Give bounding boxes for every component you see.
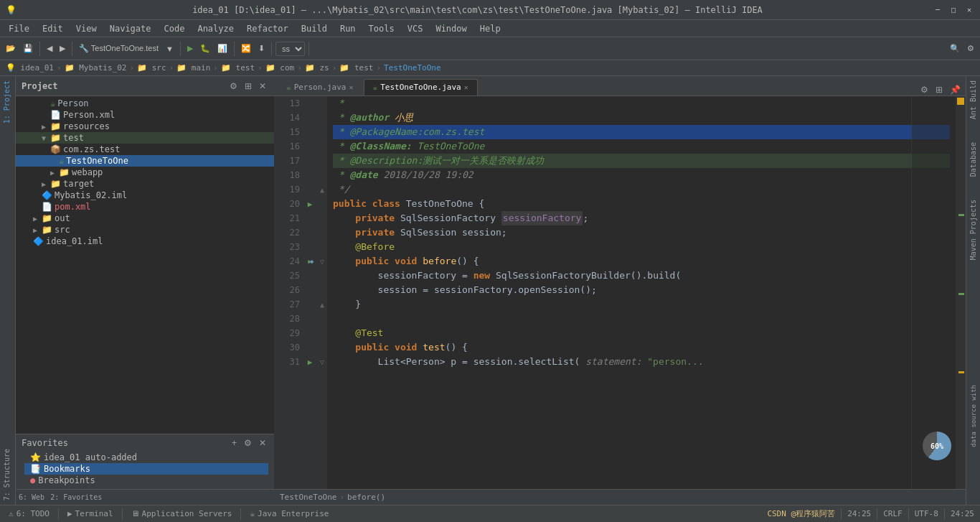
sidebar-settings-btn[interactable]: ⚙ bbox=[227, 80, 240, 92]
breadcrumb-mybatis02[interactable]: 📁 Mybatis_02 bbox=[65, 63, 127, 73]
status-encoding[interactable]: UTF-8 bbox=[915, 509, 938, 518]
favorites-add-btn[interactable]: + bbox=[230, 437, 239, 449]
tab-testonetone-close[interactable]: ✕ bbox=[464, 83, 468, 91]
editor-expand-btn[interactable]: ⊞ bbox=[933, 84, 945, 95]
editor-tabs: ☕ Person.java ✕ ☕ TestOneToOne.java ✕ ⚙ … bbox=[274, 76, 966, 96]
toolbar-sep-2 bbox=[72, 42, 72, 56]
tree-node-testonetone[interactable]: ☕ TestOneToOne bbox=[16, 155, 274, 167]
toolbar-dropdown-btn[interactable]: ▼ bbox=[163, 43, 176, 55]
side-tab-structure[interactable]: 7: Structure bbox=[0, 444, 15, 505]
editor-settings-btn[interactable]: ⚙ bbox=[918, 84, 930, 95]
toolbar-settings-btn[interactable]: ⚙ bbox=[964, 42, 977, 55]
menu-code[interactable]: Code bbox=[159, 22, 191, 35]
breadcrumb-class[interactable]: TestOneToOne bbox=[384, 63, 440, 73]
database-tab[interactable]: Database bbox=[967, 138, 979, 181]
code-line-15: * @PackageName:com.zs.test bbox=[333, 125, 950, 139]
code-line-24: public void before() { bbox=[333, 254, 950, 269]
tree-node-src[interactable]: ▶ 📁 src bbox=[16, 224, 274, 236]
run-gutter-20[interactable]: ▶ bbox=[303, 197, 317, 211]
status-app-servers[interactable]: 🖥 Application Servers bbox=[128, 509, 235, 518]
menu-refactor[interactable]: Refactor bbox=[241, 22, 294, 35]
toolbar-branch-select[interactable]: ss bbox=[275, 42, 305, 56]
app-servers-icon: 🖥 bbox=[131, 509, 139, 518]
sidebar-expand-btn[interactable]: ⊞ bbox=[242, 80, 254, 92]
close-button[interactable]: ✕ bbox=[964, 5, 974, 15]
side-web-tab[interactable]: 6: Web bbox=[19, 493, 44, 501]
menu-analyze[interactable]: Analyze bbox=[192, 22, 240, 35]
run-gutter-30[interactable]: ▶ bbox=[303, 355, 317, 369]
toolbar-open-btn[interactable]: 📂 bbox=[3, 42, 19, 55]
side-tab-project[interactable]: 1: Project bbox=[0, 76, 15, 128]
menu-vcs[interactable]: VCS bbox=[402, 22, 429, 35]
toolbar-sep-5 bbox=[271, 42, 272, 56]
breadcrumb-test2[interactable]: 📁 test bbox=[339, 63, 373, 73]
toolbar-search-btn[interactable]: 🔍 bbox=[947, 42, 963, 55]
status-position[interactable]: 24:25 bbox=[847, 509, 871, 518]
breadcrumb-com[interactable]: 📁 com bbox=[265, 63, 295, 73]
window-controls: ─ □ ✕ bbox=[933, 5, 974, 15]
side-favorites-tab[interactable]: 2: Favorites bbox=[50, 493, 102, 501]
favorites-settings-btn[interactable]: ⚙ bbox=[242, 437, 254, 449]
toolbar-forward-btn[interactable]: ▶ bbox=[57, 42, 68, 55]
run-gutter-24[interactable]: ▶ ◆ bbox=[303, 254, 317, 269]
fav-item-breakpoints[interactable]: ● Breakpoints bbox=[24, 475, 268, 486]
tree-node-webapp[interactable]: ▶ 📁 webapp bbox=[16, 167, 274, 178]
menu-build[interactable]: Build bbox=[296, 22, 333, 35]
tree-node-mybatis-iml[interactable]: 🔷 Mybatis_02.iml bbox=[16, 190, 274, 201]
tab-person-java[interactable]: ☕ Person.java ✕ bbox=[277, 79, 363, 95]
toolbar-save-btn[interactable]: 💾 bbox=[20, 42, 36, 55]
tree-node-idea-iml[interactable]: 🔷 idea_01.iml bbox=[16, 236, 274, 247]
tree-node-out[interactable]: ▶ 📁 out bbox=[16, 213, 274, 224]
code-content[interactable]: * * @author 小思 * @PackageName:com.zs.tes… bbox=[327, 96, 956, 489]
code-line-19: */ bbox=[333, 182, 950, 197]
breadcrumb-test[interactable]: 📁 test bbox=[221, 63, 255, 73]
tree-node-person-xml[interactable]: 📄 Person.xml bbox=[16, 109, 274, 121]
code-editor[interactable]: 13 14 15 16 17 18 19 20 21 22 23 24 25 2… bbox=[274, 96, 966, 489]
maven-projects-tab[interactable]: Maven Projects bbox=[967, 195, 979, 264]
tree-node-target[interactable]: ▶ 📁 target bbox=[16, 178, 274, 190]
menu-window[interactable]: Window bbox=[430, 22, 472, 35]
tree-node-person[interactable]: ☕ Person bbox=[16, 98, 274, 109]
toolbar-vcs-btn[interactable]: 🔀 bbox=[238, 42, 254, 55]
ant-build-tab[interactable]: Ant Build bbox=[967, 76, 979, 123]
editor-pin-btn[interactable]: 📌 bbox=[948, 84, 963, 95]
menu-tools[interactable]: Tools bbox=[363, 22, 400, 35]
breadcrumb-src[interactable]: 📁 src bbox=[137, 63, 166, 73]
tree-node-pom[interactable]: 📄 pom.xml bbox=[16, 201, 274, 213]
tree-node-com-zs-test[interactable]: 📦 com.zs.test bbox=[16, 144, 274, 155]
menu-edit[interactable]: Edit bbox=[37, 22, 69, 35]
webapp-icon: 📁 bbox=[59, 167, 70, 177]
toolbar-debug-btn[interactable]: 🐛 bbox=[197, 42, 213, 55]
fav-item-bookmarks[interactable]: 📑 Bookmarks bbox=[24, 463, 268, 475]
menu-run[interactable]: Run bbox=[334, 22, 362, 35]
toolbar-back-btn[interactable]: ◀ bbox=[44, 42, 55, 55]
bottom-bc-method[interactable]: before() bbox=[347, 493, 385, 502]
minimize-button[interactable]: ─ bbox=[933, 5, 943, 15]
menu-navigate[interactable]: Navigate bbox=[104, 22, 157, 35]
breadcrumb-idea01[interactable]: 💡 idea_01 bbox=[6, 63, 54, 73]
status-terminal[interactable]: ▶ Terminal bbox=[65, 509, 116, 518]
breadcrumb-main[interactable]: 📁 main bbox=[176, 63, 210, 73]
sidebar-close-btn[interactable]: ✕ bbox=[257, 80, 268, 92]
tree-node-test[interactable]: ▼ 📁 test bbox=[16, 132, 274, 144]
favorites-close-btn[interactable]: ✕ bbox=[257, 437, 268, 449]
status-java-enterprise[interactable]: ☕ Java Enterprise bbox=[247, 509, 331, 518]
status-todo[interactable]: ⚠ 6: TODO bbox=[6, 509, 52, 518]
menu-file[interactable]: File bbox=[3, 22, 35, 35]
menu-view[interactable]: View bbox=[70, 22, 103, 35]
status-crlf[interactable]: CRLF bbox=[883, 509, 903, 518]
toolbar-coverage-btn[interactable]: 📊 bbox=[215, 42, 230, 55]
fav-item-idea01[interactable]: ⭐ idea_01 auto-added bbox=[24, 452, 268, 463]
toolbar-update-btn[interactable]: ⬇ bbox=[255, 42, 268, 55]
tree-node-resources[interactable]: ▶ 📁 resources bbox=[16, 121, 274, 132]
breadcrumb-zs[interactable]: 📁 zs bbox=[305, 63, 329, 73]
status-watermark: CSDN @程序猿阿苦 bbox=[767, 508, 835, 519]
tab-person-close[interactable]: ✕ bbox=[349, 83, 353, 91]
toolbar-run-btn[interactable]: ▶ bbox=[184, 42, 196, 55]
tab-testonetone-java[interactable]: ☕ TestOneToOne.java ✕ bbox=[364, 79, 478, 95]
maximize-button[interactable]: □ bbox=[948, 5, 958, 15]
bottom-bc-class[interactable]: TestOneToOne bbox=[280, 493, 336, 502]
code-line-30: public void test() { bbox=[333, 340, 950, 355]
toolbar-run-config-btn[interactable]: 🔧 TestOneToOne.test bbox=[76, 42, 161, 55]
menu-help[interactable]: Help bbox=[474, 22, 507, 35]
